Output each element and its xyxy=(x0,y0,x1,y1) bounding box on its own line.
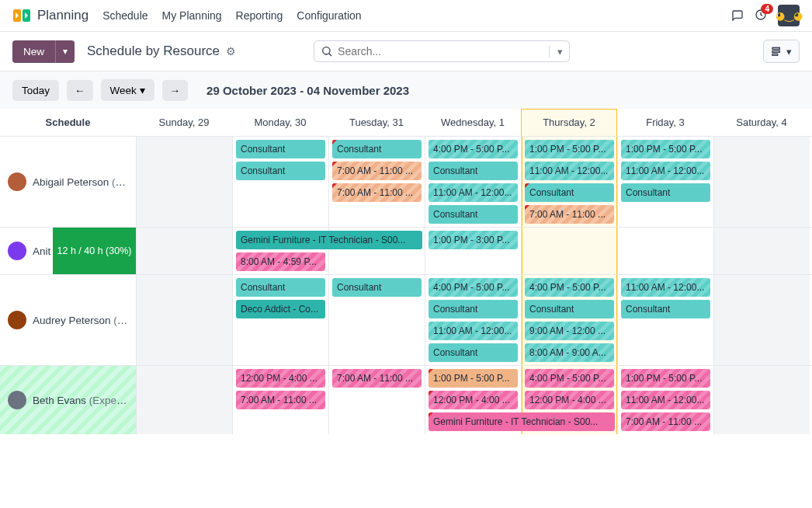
nav-configuration[interactable]: Configuration xyxy=(297,9,361,22)
brand[interactable]: Planning xyxy=(12,6,88,25)
next-button[interactable]: → xyxy=(162,80,189,101)
schedule-event[interactable]: 4:00 PM - 5:00 P... xyxy=(429,140,518,158)
schedule-event[interactable]: Consultant xyxy=(332,140,422,158)
schedule-event[interactable]: Consultant xyxy=(621,183,710,202)
day-cell[interactable]: 7:00 AM - 11:00 ... xyxy=(328,366,425,434)
schedule-event[interactable]: Consultant xyxy=(525,183,614,202)
schedule-event[interactable]: Consultant xyxy=(236,278,325,297)
schedule-event[interactable]: Consultant xyxy=(236,162,325,180)
day-cell[interactable]: 1:00 PM - 5:00 P...11:00 AM - 12:00...Co… xyxy=(521,137,617,227)
resource-cell[interactable]: Anit12 h / 40 h (30%) xyxy=(0,228,136,274)
schedule-event[interactable]: 8:00 AM - 9:00 A... xyxy=(525,343,614,362)
today-button[interactable]: Today xyxy=(12,80,59,101)
schedule-event[interactable]: 12:00 PM - 4:00 ... xyxy=(525,391,614,409)
schedule-event[interactable]: Deco Addict - Co... xyxy=(236,300,325,318)
day-cell[interactable]: 4:00 PM - 5:00 P...Consultant9:00 AM - 1… xyxy=(521,275,617,365)
day-cell[interactable] xyxy=(713,275,810,365)
search-box[interactable]: ▾ xyxy=(314,40,570,62)
header-day-sat: Saturday, 4 xyxy=(713,109,810,136)
day-cell[interactable]: 1:00 PM - 5:00 P...11:00 AM - 12:00...Co… xyxy=(617,137,713,227)
day-cell[interactable] xyxy=(521,228,617,274)
schedule-event[interactable]: Consultant xyxy=(429,300,518,318)
schedule-event[interactable]: 4:00 PM - 5:00 P... xyxy=(525,369,614,388)
schedule-event[interactable]: Consultant xyxy=(332,278,422,297)
day-cell[interactable] xyxy=(136,228,232,274)
schedule-event[interactable]: 8:00 AM - 4:59 P... xyxy=(236,252,325,271)
schedule-event[interactable]: Consultant xyxy=(525,300,614,318)
schedule-event[interactable]: Consultant xyxy=(621,300,710,318)
schedule-event[interactable]: 1:00 PM - 5:00 P... xyxy=(525,140,614,158)
resource-cell[interactable]: Abigail Peterson (C... xyxy=(0,137,136,227)
day-cell[interactable]: ConsultantDeco Addict - Co... xyxy=(232,275,328,365)
day-cell[interactable] xyxy=(136,366,232,434)
prev-button[interactable]: ← xyxy=(67,80,93,101)
schedule-event[interactable]: 7:00 AM - 11:00 ... xyxy=(332,369,422,388)
schedule-event[interactable]: 7:00 AM - 11:00 ... xyxy=(332,162,422,180)
day-cell[interactable]: 4:00 PM - 5:00 P...Consultant11:00 AM - … xyxy=(425,275,521,365)
schedule-event[interactable]: 12:00 PM - 4:00 ... xyxy=(429,391,518,409)
schedule-event[interactable]: Consultant xyxy=(236,140,325,158)
search-dropdown-icon[interactable]: ▾ xyxy=(549,46,563,57)
svg-point-3 xyxy=(323,47,330,54)
day-cell[interactable] xyxy=(713,228,810,274)
day-cell[interactable]: Gemini Furniture - IT Technician - S00..… xyxy=(232,228,328,274)
schedule-event[interactable]: 4:00 PM - 5:00 P... xyxy=(525,278,614,297)
schedule-event[interactable]: 9:00 AM - 12:00 ... xyxy=(525,322,614,340)
schedule-event[interactable]: Gemini Furniture - IT Technician - S00..… xyxy=(236,231,422,249)
search-icon xyxy=(321,45,333,57)
search-input[interactable] xyxy=(338,45,540,57)
resource-cell[interactable]: Audrey Peterson (C... xyxy=(0,275,136,365)
schedule-event[interactable]: 1:00 PM - 5:00 P... xyxy=(621,140,710,158)
nav-schedule[interactable]: Schedule xyxy=(102,9,147,22)
nav-links: Schedule My Planning Reporting Configura… xyxy=(102,9,361,22)
day-cell[interactable]: 1:00 PM - 5:00 P...11:00 AM - 12:00...7:… xyxy=(617,366,713,434)
gear-icon[interactable]: ⚙ xyxy=(226,45,236,57)
user-avatar[interactable]: ◕‿◕ xyxy=(778,5,800,26)
schedule-event[interactable]: 1:00 PM - 3:00 P... xyxy=(429,231,518,249)
day-cell[interactable] xyxy=(617,228,713,274)
day-cell[interactable] xyxy=(713,137,810,227)
schedule-event[interactable]: 7:00 AM - 11:00 ... xyxy=(236,391,325,409)
schedule-event[interactable]: 11:00 AM - 12:00... xyxy=(621,278,710,297)
schedule-event[interactable]: Gemini Furniture - IT Technician - S00..… xyxy=(429,412,615,431)
new-button[interactable]: New xyxy=(12,40,55,63)
day-cell[interactable]: 4:00 PM - 5:00 P...Consultant11:00 AM - … xyxy=(425,137,521,227)
header-day-wed: Wednesday, 1 xyxy=(425,109,521,136)
schedule-event[interactable]: 7:00 AM - 11:00 ... xyxy=(621,412,710,431)
schedule-event[interactable]: 4:00 PM - 5:00 P... xyxy=(429,278,518,297)
schedule-event[interactable]: Consultant xyxy=(429,205,518,224)
schedule-event[interactable]: 12:00 PM - 4:00 ... xyxy=(236,369,325,388)
schedule-event[interactable]: Consultant xyxy=(429,162,518,180)
schedule-event[interactable]: 1:00 PM - 5:00 P... xyxy=(621,369,710,388)
schedule-event[interactable]: 7:00 AM - 11:00 ... xyxy=(332,183,422,202)
day-cell[interactable]: 1:00 PM - 5:00 P...12:00 PM - 4:00 ...Ge… xyxy=(425,366,521,434)
control-bar: Today ← Week ▾ → 29 October 2023 - 04 No… xyxy=(0,71,812,109)
day-cell[interactable]: Consultant xyxy=(328,275,425,365)
activity-icon[interactable]: 4 xyxy=(755,9,767,23)
day-cell[interactable] xyxy=(136,137,232,227)
period-button[interactable]: Week ▾ xyxy=(101,79,154,101)
day-cell[interactable]: 11:00 AM - 12:00...Consultant xyxy=(617,275,713,365)
schedule-event[interactable]: 11:00 AM - 12:00... xyxy=(429,322,518,340)
schedule-event[interactable]: 11:00 AM - 12:00... xyxy=(525,162,614,180)
schedule-event[interactable]: 11:00 AM - 12:00... xyxy=(621,162,710,180)
day-cell[interactable] xyxy=(713,366,810,434)
schedule-event[interactable]: 11:00 AM - 12:00... xyxy=(621,391,710,409)
messages-icon[interactable] xyxy=(731,9,744,22)
schedule-event[interactable]: 7:00 AM - 11:00 ... xyxy=(525,205,614,224)
schedule-event[interactable]: 11:00 AM - 12:00... xyxy=(429,183,518,202)
nav-reporting[interactable]: Reporting xyxy=(236,9,283,22)
day-cell[interactable] xyxy=(136,275,232,365)
header-day-sun: Sunday, 29 xyxy=(136,109,232,136)
view-switcher[interactable]: ▾ xyxy=(763,40,800,63)
schedule-event[interactable]: 1:00 PM - 5:00 P... xyxy=(429,369,518,388)
schedule-event[interactable]: Consultant xyxy=(429,343,518,362)
day-cell[interactable]: Consultant7:00 AM - 11:00 ...7:00 AM - 1… xyxy=(328,137,425,227)
svg-rect-5 xyxy=(772,50,779,52)
resource-cell[interactable]: Beth Evans (Experie... xyxy=(0,366,136,434)
new-dropdown-button[interactable]: ▾ xyxy=(55,40,75,63)
day-cell[interactable]: 1:00 PM - 3:00 P... xyxy=(425,228,521,274)
day-cell[interactable]: ConsultantConsultant xyxy=(232,137,328,227)
nav-my-planning[interactable]: My Planning xyxy=(162,9,222,22)
day-cell[interactable]: 12:00 PM - 4:00 ...7:00 AM - 11:00 ... xyxy=(232,366,328,434)
